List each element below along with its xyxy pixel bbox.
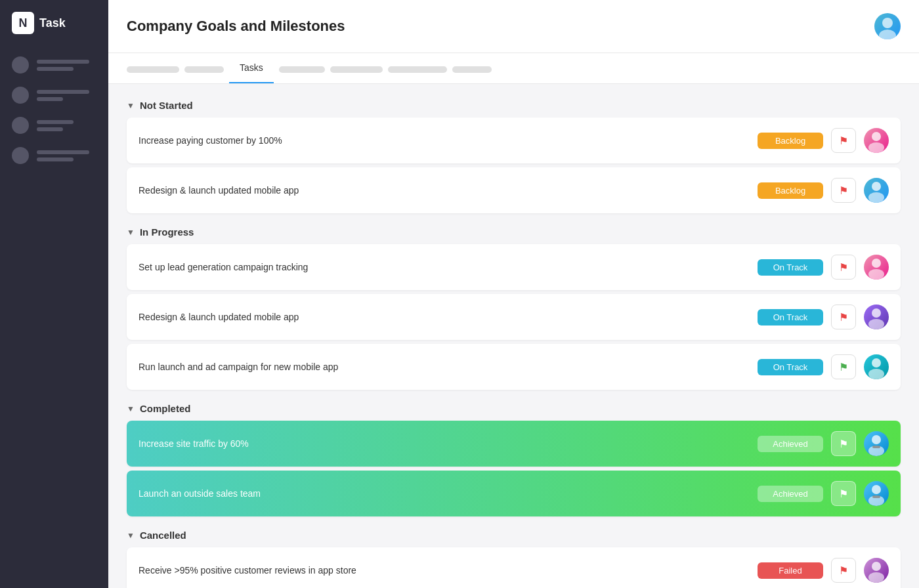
status-badge: On Track xyxy=(758,259,823,276)
flag-button[interactable]: ⚑ xyxy=(831,431,856,456)
task-avatar xyxy=(864,431,889,456)
avatar-svg xyxy=(864,128,889,153)
section-header-in-progress: ▼ In Progress xyxy=(127,226,901,238)
flag-icon: ⚑ xyxy=(839,135,848,147)
status-badge: Achieved xyxy=(758,486,823,502)
avatar-svg xyxy=(864,354,889,379)
task-avatar xyxy=(864,128,889,153)
svg-point-11 xyxy=(868,369,884,379)
section-in-progress: ▼ In Progress Set up lead generation cam… xyxy=(127,226,901,390)
flag-icon: ⚑ xyxy=(839,311,848,324)
avatar-svg xyxy=(864,558,889,583)
sidebar-line xyxy=(37,127,63,131)
status-badge: Backlog xyxy=(758,182,823,199)
sidebar-item-3[interactable] xyxy=(0,110,108,140)
section-title-not-started: Not Started xyxy=(140,100,193,111)
sidebar-item-icon-1 xyxy=(12,56,29,74)
task-row: Redesign & launch updated mobile app Bac… xyxy=(127,167,901,213)
chevron-down-icon: ▼ xyxy=(127,404,135,413)
flag-button[interactable]: ⚑ xyxy=(831,481,856,506)
sidebar-line xyxy=(37,150,89,154)
status-badge: On Track xyxy=(758,309,823,326)
flag-button[interactable]: ⚑ xyxy=(831,304,856,329)
main-content: Company Goals and Milestones Tasks ▼ Not… xyxy=(108,0,919,588)
sidebar-line xyxy=(37,90,89,94)
chevron-down-icon: ▼ xyxy=(127,531,135,540)
svg-point-15 xyxy=(872,485,881,494)
task-avatar xyxy=(864,255,889,280)
section-header-completed: ▼ Completed xyxy=(127,403,901,414)
sidebar-line xyxy=(37,60,89,64)
svg-rect-17 xyxy=(872,495,880,498)
flag-icon: ⚑ xyxy=(839,488,848,500)
task-name: Redesign & launch updated mobile app xyxy=(139,185,750,196)
user-avatar-header[interactable] xyxy=(874,13,901,39)
task-avatar xyxy=(864,481,889,506)
flag-icon: ⚑ xyxy=(839,361,848,373)
svg-point-8 xyxy=(872,308,881,318)
section-title-completed: Completed xyxy=(140,403,191,414)
section-title-cancelled: Cancelled xyxy=(140,530,186,541)
svg-point-12 xyxy=(872,435,881,444)
svg-point-18 xyxy=(872,562,881,571)
task-row: Set up lead generation campaign tracking… xyxy=(127,244,901,290)
avatar-svg xyxy=(864,255,889,280)
svg-point-5 xyxy=(868,192,884,203)
task-row: Increase paying customer by 100% Backlog… xyxy=(127,117,901,163)
status-badge: Failed xyxy=(758,562,823,579)
task-name: Launch an outside sales team xyxy=(139,488,750,499)
task-avatar xyxy=(864,354,889,379)
sidebar-item-icon-2 xyxy=(12,87,29,104)
flag-icon: ⚑ xyxy=(839,184,848,197)
sidebar-item-2[interactable] xyxy=(0,80,108,110)
section-not-started: ▼ Not Started Increase paying customer b… xyxy=(127,100,901,213)
task-name: Increase site traffic by 60% xyxy=(139,438,750,449)
task-name: Increase paying customer by 100% xyxy=(139,135,750,146)
flag-button[interactable]: ⚑ xyxy=(831,178,856,203)
avatar-image xyxy=(874,13,901,39)
sidebar-line xyxy=(37,67,74,71)
flag-icon: ⚑ xyxy=(839,564,848,577)
sidebar-item-lines-3 xyxy=(37,120,96,131)
sidebar: N Task xyxy=(0,0,108,588)
flag-button[interactable]: ⚑ xyxy=(831,354,856,379)
svg-rect-14 xyxy=(872,446,880,448)
tab-tasks[interactable]: Tasks xyxy=(229,53,274,83)
svg-point-0 xyxy=(882,18,893,28)
sidebar-item-4[interactable] xyxy=(0,140,108,171)
sidebar-item-lines-2 xyxy=(37,90,96,101)
flag-icon: ⚑ xyxy=(839,438,848,450)
tab-placeholder-3 xyxy=(279,66,325,73)
flag-button[interactable]: ⚑ xyxy=(831,558,856,583)
flag-button[interactable]: ⚑ xyxy=(831,255,856,280)
tab-placeholder-2 xyxy=(184,66,224,73)
status-badge: Achieved xyxy=(758,436,823,452)
page-header: Company Goals and Milestones xyxy=(108,0,919,53)
flag-button[interactable]: ⚑ xyxy=(831,128,856,153)
tab-placeholder-1 xyxy=(127,66,179,73)
section-header-cancelled: ▼ Cancelled xyxy=(127,530,901,541)
svg-point-4 xyxy=(872,182,881,191)
sidebar-item-lines-1 xyxy=(37,60,96,71)
chevron-down-icon: ▼ xyxy=(127,228,135,237)
task-avatar xyxy=(864,178,889,203)
task-avatar xyxy=(864,558,889,583)
logo-letter: N xyxy=(19,16,28,30)
app-name: Task xyxy=(39,16,66,30)
tabs-bar: Tasks xyxy=(108,53,919,84)
status-badge: On Track xyxy=(758,359,823,375)
svg-point-2 xyxy=(872,132,881,141)
svg-point-19 xyxy=(868,572,884,583)
status-badge: Backlog xyxy=(758,133,823,149)
content-area: ▼ Not Started Increase paying customer b… xyxy=(108,84,919,588)
tab-placeholder-5 xyxy=(388,66,447,73)
sidebar-item-1[interactable] xyxy=(0,50,108,80)
sidebar-item-icon-4 xyxy=(12,147,29,164)
app-logo: N Task xyxy=(0,12,108,50)
task-row-completed: Increase site traffic by 60% Achieved ⚑ xyxy=(127,421,901,467)
task-row: Redesign & launch updated mobile app On … xyxy=(127,294,901,340)
avatar-svg xyxy=(864,431,889,456)
sidebar-line xyxy=(37,120,74,124)
sidebar-item-icon-3 xyxy=(12,117,29,134)
tab-placeholder-6 xyxy=(452,66,492,73)
